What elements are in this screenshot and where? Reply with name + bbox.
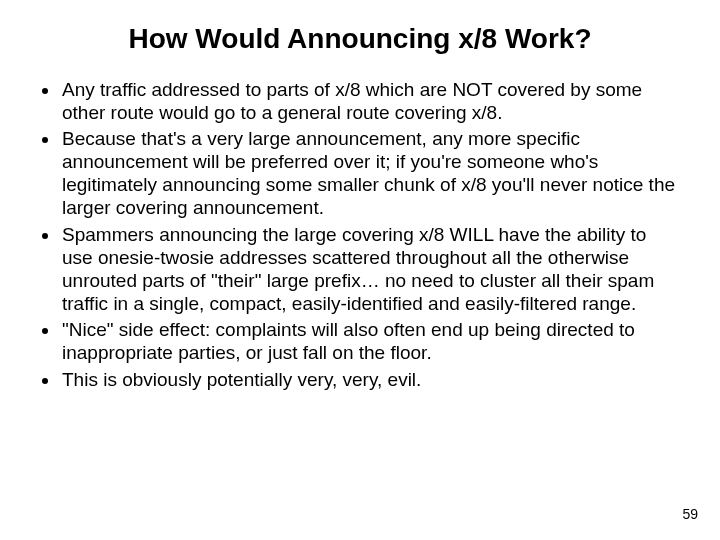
list-item: Any traffic addressed to parts of x/8 wh… bbox=[60, 78, 682, 124]
list-item: "Nice" side effect: complaints will also… bbox=[60, 318, 682, 364]
bullet-list: Any traffic addressed to parts of x/8 wh… bbox=[32, 78, 688, 391]
slide-title: How Would Announcing x/8 Work? bbox=[32, 22, 688, 56]
list-item: Because that's a very large announcement… bbox=[60, 127, 682, 220]
list-item: Spammers announcing the large covering x… bbox=[60, 223, 682, 316]
page-number: 59 bbox=[682, 506, 698, 522]
list-item: This is obviously potentially very, very… bbox=[60, 368, 682, 391]
slide: How Would Announcing x/8 Work? Any traff… bbox=[0, 0, 720, 540]
